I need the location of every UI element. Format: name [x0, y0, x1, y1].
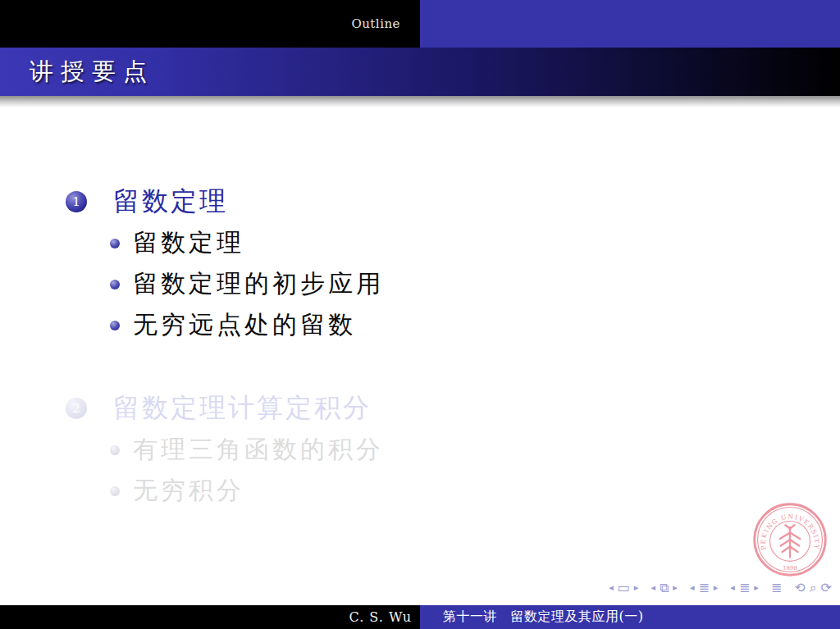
logo-tree-emblem	[780, 525, 800, 557]
author-name: C. S. Wu	[349, 609, 412, 625]
forward-icon[interactable]: ⟳	[821, 580, 832, 595]
toc-section-2[interactable]: 2 留数定理计算定积分	[66, 390, 372, 426]
lecture-title: 第十一讲 留数定理及其应用(一)	[443, 608, 643, 626]
toc-item-1-1[interactable]: 留数定理	[110, 226, 244, 260]
appendix-icon[interactable]: ≣	[771, 580, 782, 595]
toc-section-2-title[interactable]: 留数定理计算定积分	[113, 390, 372, 426]
toc-item-2-1-label[interactable]: 有理三角函数的积分	[133, 433, 384, 467]
prev-subsection-icon[interactable]: ◂	[690, 582, 695, 593]
toc-item-1-2-label[interactable]: 留数定理的初步应用	[133, 267, 384, 301]
section-number: 2	[72, 401, 80, 416]
toc-item-2-2-label[interactable]: 无穷积分	[133, 474, 244, 508]
head-bar-subsection-cell	[420, 0, 840, 48]
nav-history-group: ⟲ ⌕ ⟳	[794, 580, 832, 595]
head-bar: Outline	[0, 0, 840, 48]
navigation-bar: ◂ ▭ ▸ ◂ ⧉ ▸ ◂ ≣ ▸ ◂ ≣ ▸ ≣ ⟲ ⌕ ⟳	[609, 577, 832, 598]
search-icon[interactable]: ⌕	[810, 580, 817, 595]
slide-icon[interactable]: ▭	[618, 580, 630, 595]
bullet-sphere-icon	[110, 445, 120, 455]
peking-university-logo: PEKING UNIVERSITY 1898	[751, 501, 829, 578]
section-number: 1	[72, 194, 80, 209]
toc-section-1-title[interactable]: 留数定理	[113, 184, 228, 220]
toc-item-2-1[interactable]: 有理三角函数的积分	[110, 433, 384, 467]
frame-title: 讲授要点	[30, 56, 154, 89]
logo-year: 1898	[783, 564, 797, 572]
section-label: Outline	[351, 16, 400, 31]
bullet-sphere-icon	[110, 486, 120, 496]
toc-item-2-2[interactable]: 无穷积分	[110, 474, 244, 508]
foot-bar: C. S. Wu 第十一讲 留数定理及其应用(一)	[0, 605, 840, 629]
nav-appendix-group: ≣	[771, 580, 782, 595]
frame-icon[interactable]: ⧉	[660, 580, 669, 595]
bullet-sphere-icon	[110, 321, 120, 330]
toc-section-1[interactable]: 1 留数定理	[66, 184, 228, 220]
back-icon[interactable]: ⟲	[794, 580, 805, 595]
frame-title-bar: 讲授要点	[0, 48, 840, 96]
toc-item-1-3[interactable]: 无穷远点处的留数	[110, 308, 356, 342]
next-slide-icon[interactable]: ▸	[634, 582, 639, 593]
bullet-sphere-icon	[110, 280, 120, 289]
next-section-icon[interactable]: ▸	[754, 582, 759, 593]
toc-item-1-1-label[interactable]: 留数定理	[133, 226, 244, 260]
nav-slide-group: ◂ ▭ ▸	[609, 580, 638, 595]
section-number-ball: 2	[66, 398, 87, 419]
toc-item-1-2[interactable]: 留数定理的初步应用	[110, 267, 384, 301]
toc-item-1-3-label[interactable]: 无穷远点处的留数	[133, 308, 356, 342]
foot-bar-title-cell: 第十一讲 留数定理及其应用(一)	[420, 605, 840, 629]
prev-slide-icon[interactable]: ◂	[609, 582, 614, 593]
nav-subsection-group: ◂ ≣ ▸	[690, 580, 718, 595]
prev-section-icon[interactable]: ◂	[730, 582, 735, 593]
section-number-ball: 1	[66, 191, 87, 212]
frame-title-shadow	[0, 96, 840, 107]
presentation-slide: Outline 讲授要点 1 留数定理 留数定理 留数定理的初步应用 无穷远点处…	[0, 0, 840, 629]
nav-frame-group: ◂ ⧉ ▸	[651, 580, 678, 595]
head-bar-section-cell: Outline	[0, 0, 420, 48]
next-frame-icon[interactable]: ▸	[673, 582, 678, 593]
prev-frame-icon[interactable]: ◂	[651, 582, 655, 593]
section-icon[interactable]: ≣	[739, 580, 750, 595]
next-subsection-icon[interactable]: ▸	[714, 582, 719, 593]
nav-section-group: ◂ ≣ ▸	[730, 580, 758, 595]
bullet-sphere-icon	[110, 239, 120, 248]
subsection-icon[interactable]: ≣	[698, 580, 709, 595]
foot-bar-author-cell: C. S. Wu	[0, 605, 420, 629]
